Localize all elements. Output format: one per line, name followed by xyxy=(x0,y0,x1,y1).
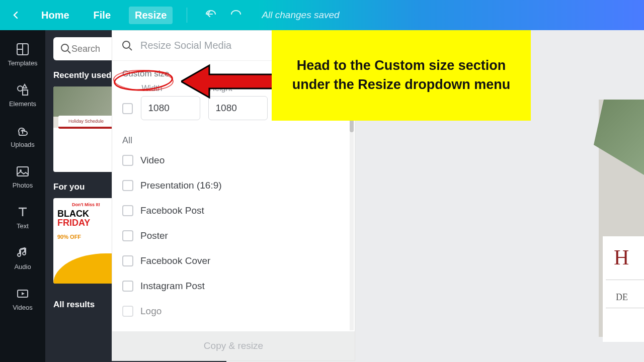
rail-label: Audio xyxy=(14,263,31,270)
option-label: Video xyxy=(140,155,165,166)
width-input[interactable] xyxy=(141,96,200,120)
size-option[interactable]: Facebook Cover xyxy=(122,255,345,266)
size-options-list: Video Presentation (16:9) Facebook Post … xyxy=(122,155,345,317)
option-label: Logo xyxy=(140,306,162,317)
option-label: Presentation (16:9) xyxy=(140,180,222,191)
svg-point-6 xyxy=(61,44,68,51)
thumb-text: BLACKFRIDAY xyxy=(57,209,90,227)
annotation-callout: Head to the Custom size section under th… xyxy=(272,30,531,121)
photos-icon xyxy=(16,164,30,178)
elements-icon xyxy=(16,83,30,97)
uploads-icon xyxy=(16,124,30,138)
thumb-label: Holiday Schedule xyxy=(58,116,114,129)
back-button[interactable] xyxy=(9,8,23,22)
rail-label: Elements xyxy=(9,100,36,108)
rail-label: Uploads xyxy=(11,141,35,148)
checkbox[interactable] xyxy=(122,281,133,292)
top-bar: Home File Resize All changes saved xyxy=(0,0,644,30)
videos-icon xyxy=(16,287,30,301)
rail-text[interactable]: Text xyxy=(0,200,45,234)
size-option[interactable]: Logo xyxy=(122,306,345,317)
checkbox[interactable] xyxy=(122,155,133,166)
home-link[interactable]: Home xyxy=(35,7,75,24)
width-label: Width xyxy=(141,84,200,93)
separator xyxy=(187,8,187,23)
copy-resize-button[interactable]: Copy & resize xyxy=(112,331,355,360)
size-option[interactable]: Video xyxy=(122,155,345,166)
option-label: Facebook Cover xyxy=(140,255,210,266)
redo-button[interactable] xyxy=(229,9,243,21)
search-icon xyxy=(60,43,71,54)
size-option[interactable]: Poster xyxy=(122,230,345,241)
option-label: Poster xyxy=(140,230,168,241)
all-heading: All xyxy=(122,135,345,146)
size-option[interactable]: Instagram Post xyxy=(122,281,345,292)
rail-label: Photos xyxy=(13,182,33,189)
text-icon xyxy=(16,205,30,219)
rail-label: Templates xyxy=(8,59,37,67)
rail-elements[interactable]: Elements xyxy=(0,78,45,112)
size-option[interactable]: Presentation (16:9) xyxy=(122,180,345,191)
custom-size-checkbox[interactable] xyxy=(122,103,133,114)
rail-templates[interactable]: Templates xyxy=(0,37,45,71)
template-thumb[interactable]: Holiday Schedule xyxy=(53,86,119,172)
height-input[interactable] xyxy=(208,96,268,120)
save-status: All changes saved xyxy=(262,10,339,21)
size-option[interactable]: Facebook Post xyxy=(122,205,345,216)
checkbox[interactable] xyxy=(122,306,133,317)
left-rail: Templates Elements Uploads Photos Text A… xyxy=(0,30,45,362)
thumb-text: DISCOUNT90% OFF xyxy=(57,229,81,240)
templates-icon xyxy=(16,42,30,56)
option-label: Instagram Post xyxy=(140,281,205,292)
checkbox[interactable] xyxy=(122,230,133,241)
rail-audio[interactable]: Audio xyxy=(0,241,45,275)
checkbox[interactable] xyxy=(122,180,133,191)
audio-icon xyxy=(16,246,30,260)
redo-icon xyxy=(229,9,243,19)
design-heading: H xyxy=(603,236,644,269)
search-icon xyxy=(121,40,133,52)
resize-menu[interactable]: Resize xyxy=(129,7,173,24)
undo-icon xyxy=(204,9,217,19)
undo-button[interactable] xyxy=(204,9,217,21)
svg-rect-3 xyxy=(17,167,28,176)
svg-point-7 xyxy=(123,41,130,48)
checkbox[interactable] xyxy=(122,205,133,216)
file-menu[interactable]: File xyxy=(88,7,117,24)
rail-uploads[interactable]: Uploads xyxy=(0,119,45,152)
option-label: Facebook Post xyxy=(140,205,204,216)
thumb-text: Don't Miss It! xyxy=(53,202,119,207)
template-thumb[interactable]: Don't Miss It! BLACKFRIDAY DISCOUNT90% O… xyxy=(53,198,119,284)
checkbox[interactable] xyxy=(122,255,133,266)
chevron-left-icon xyxy=(12,11,20,19)
height-label: Height xyxy=(208,84,268,93)
rail-videos[interactable]: Videos xyxy=(0,282,45,315)
rail-label: Videos xyxy=(13,304,33,311)
design-card: H DE xyxy=(603,236,644,342)
rail-photos[interactable]: Photos xyxy=(0,159,45,193)
svg-rect-2 xyxy=(23,90,28,95)
rail-label: Text xyxy=(17,222,29,230)
design-text: DE xyxy=(606,280,644,308)
